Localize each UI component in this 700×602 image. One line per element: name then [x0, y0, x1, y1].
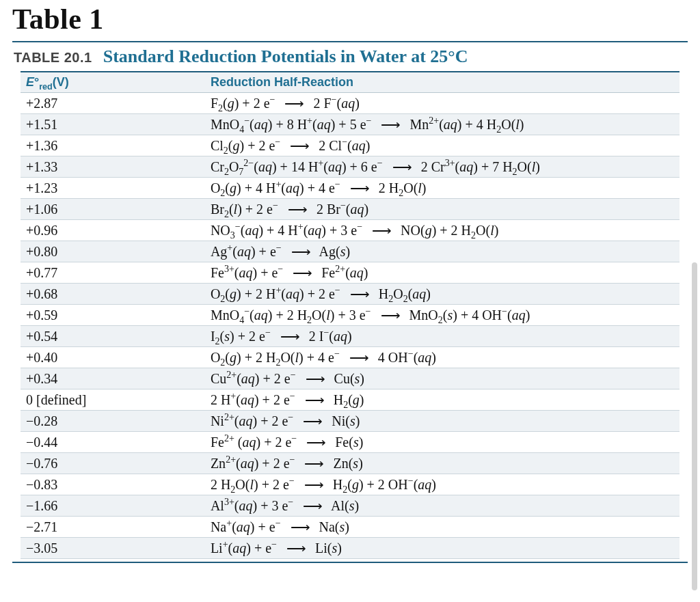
table-row: +0.40O2(g) + 2 H2O(l) + 4 e− ⟶ 4 OH−(aq) — [21, 347, 679, 368]
reaction-cell: Cu2+(aq) + 2 e− ⟶ Cu(s) — [205, 368, 679, 389]
reaction-cell: Fe2+ (aq) + 2 e− ⟶ Fe(s) — [205, 432, 679, 453]
table-row: +0.34Cu2+(aq) + 2 e− ⟶ Cu(s) — [21, 368, 679, 389]
potential-cell: −2.71 — [21, 517, 205, 538]
table-row: +0.77Fe3+(aq) + e− ⟶ Fe2+(aq) — [21, 262, 679, 284]
reaction-cell: Cl2(g) + 2 e− ⟶ 2 Cl−(aq) — [205, 135, 679, 156]
potential-cell: 0 [defined] — [21, 389, 205, 411]
reaction-cell: MnO4−(aq) + 8 H+(aq) + 5 e− ⟶ Mn2+(aq) +… — [205, 114, 679, 135]
table-row: −1.66Al3+(aq) + 3 e− ⟶ Al(s) — [21, 495, 679, 517]
reaction-cell: Li+(aq) + e− ⟶ Li(s) — [205, 538, 679, 559]
table-row: +0.68O2(g) + 2 H+(aq) + 2 e− ⟶ H2O2(aq) — [21, 284, 679, 305]
reaction-cell: Na+(aq) + e− ⟶ Na(s) — [205, 517, 679, 538]
reaction-cell: Fe3+(aq) + e− ⟶ Fe2+(aq) — [205, 262, 679, 284]
potential-cell: +0.68 — [21, 284, 205, 305]
table-title: Standard Reduction Potentials in Water a… — [103, 46, 468, 67]
table-row: +1.51MnO4−(aq) + 8 H+(aq) + 5 e− ⟶ Mn2+(… — [21, 114, 679, 135]
reaction-cell: Ni2+(aq) + 2 e− ⟶ Ni(s) — [205, 411, 679, 432]
col-header-reaction: Reduction Half-Reaction — [205, 72, 679, 93]
potential-cell: +1.23 — [21, 178, 205, 199]
table-row: −2.71Na+(aq) + e− ⟶ Na(s) — [21, 517, 679, 538]
potential-cell: +0.34 — [21, 368, 205, 389]
table-row: −0.76Zn2+(aq) + 2 e− ⟶ Zn(s) — [21, 453, 679, 474]
table-body: +2.87F2(g) + 2 e− ⟶ 2 F−(aq)+1.51MnO4−(a… — [21, 93, 679, 559]
potential-cell: −0.28 — [21, 411, 205, 432]
table-area: E°red(V) Reduction Half-Reaction +2.87F2… — [21, 71, 679, 559]
table-row: −3.05Li+(aq) + e− ⟶ Li(s) — [21, 538, 679, 559]
table-number: TABLE 20.1 — [14, 50, 92, 66]
potential-cell: −0.76 — [21, 453, 205, 474]
potential-cell: +0.96 — [21, 220, 205, 241]
table-row: +0.59MnO4−(aq) + 2 H2O(l) + 3 e− ⟶ MnO2(… — [21, 305, 679, 326]
reduction-potentials-table: E°red(V) Reduction Half-Reaction +2.87F2… — [21, 72, 679, 559]
reaction-cell: Br2(l) + 2 e− ⟶ 2 Br−(aq) — [205, 199, 679, 220]
table-row: +0.96NO3−(aq) + 4 H+(aq) + 3 e− ⟶ NO(g) … — [21, 220, 679, 241]
potential-cell: +0.59 — [21, 305, 205, 326]
reaction-cell: O2(g) + 4 H+(aq) + 4 e− ⟶ 2 H2O(l) — [205, 178, 679, 199]
reaction-cell: Cr2O72−(aq) + 14 H+(aq) + 6 e− ⟶ 2 Cr3+(… — [205, 156, 679, 178]
col-header-potential: E°red(V) — [21, 72, 205, 93]
table-row: +1.23O2(g) + 4 H+(aq) + 4 e− ⟶ 2 H2O(l) — [21, 178, 679, 199]
table-row: +0.80Ag+(aq) + e− ⟶ Ag(s) — [21, 241, 679, 262]
table-row: +0.54I2(s) + 2 e− ⟶ 2 I−(aq) — [21, 326, 679, 347]
scrollbar-thumb[interactable] — [692, 262, 697, 590]
table-row: 0 [defined]2 H+(aq) + 2 e− ⟶ H2(g) — [21, 389, 679, 411]
reaction-cell: 2 H2O(l) + 2 e− ⟶ H2(g) + 2 OH−(aq) — [205, 474, 679, 495]
potential-cell: +2.87 — [21, 93, 205, 114]
potential-cell: +0.54 — [21, 326, 205, 347]
table-row: +1.33Cr2O72−(aq) + 14 H+(aq) + 6 e− ⟶ 2 … — [21, 156, 679, 178]
reaction-cell: Al3+(aq) + 3 e− ⟶ Al(s) — [205, 495, 679, 517]
reaction-cell: Zn2+(aq) + 2 e− ⟶ Zn(s) — [205, 453, 679, 474]
reaction-cell: F2(g) + 2 e− ⟶ 2 F−(aq) — [205, 93, 679, 114]
reaction-cell: 2 H+(aq) + 2 e− ⟶ H2(g) — [205, 389, 679, 411]
table-row: −0.28Ni2+(aq) + 2 e− ⟶ Ni(s) — [21, 411, 679, 432]
table-caption: TABLE 20.1 Standard Reduction Potentials… — [12, 42, 688, 71]
table-container: TABLE 20.1 Standard Reduction Potentials… — [12, 41, 688, 563]
table-row: +1.36Cl2(g) + 2 e− ⟶ 2 Cl−(aq) — [21, 135, 679, 156]
reaction-cell: MnO4−(aq) + 2 H2O(l) + 3 e− ⟶ MnO2(s) + … — [205, 305, 679, 326]
reaction-cell: O2(g) + 2 H2O(l) + 4 e− ⟶ 4 OH−(aq) — [205, 347, 679, 368]
reaction-cell: O2(g) + 2 H+(aq) + 2 e− ⟶ H2O2(aq) — [205, 284, 679, 305]
page: Table 1 TABLE 20.1 Standard Reduction Po… — [0, 3, 700, 602]
potential-cell: +1.33 — [21, 156, 205, 178]
potential-cell: −0.44 — [21, 432, 205, 453]
table-row: −0.832 H2O(l) + 2 e− ⟶ H2(g) + 2 OH−(aq) — [21, 474, 679, 495]
table-row: +1.06Br2(l) + 2 e− ⟶ 2 Br−(aq) — [21, 199, 679, 220]
potential-cell: +1.51 — [21, 114, 205, 135]
reaction-cell: I2(s) + 2 e− ⟶ 2 I−(aq) — [205, 326, 679, 347]
reaction-cell: NO3−(aq) + 4 H+(aq) + 3 e− ⟶ NO(g) + 2 H… — [205, 220, 679, 241]
page-title: Table 1 — [12, 3, 688, 36]
potential-cell: +0.40 — [21, 347, 205, 368]
potential-cell: +1.36 — [21, 135, 205, 156]
potential-cell: −1.66 — [21, 495, 205, 517]
table-row: −0.44Fe2+ (aq) + 2 e− ⟶ Fe(s) — [21, 432, 679, 453]
table-row: +2.87F2(g) + 2 e− ⟶ 2 F−(aq) — [21, 93, 679, 114]
potential-cell: −3.05 — [21, 538, 205, 559]
potential-cell: −0.83 — [21, 474, 205, 495]
potential-cell: +0.80 — [21, 241, 205, 262]
reaction-cell: Ag+(aq) + e− ⟶ Ag(s) — [205, 241, 679, 262]
potential-cell: +1.06 — [21, 199, 205, 220]
potential-cell: +0.77 — [21, 262, 205, 284]
